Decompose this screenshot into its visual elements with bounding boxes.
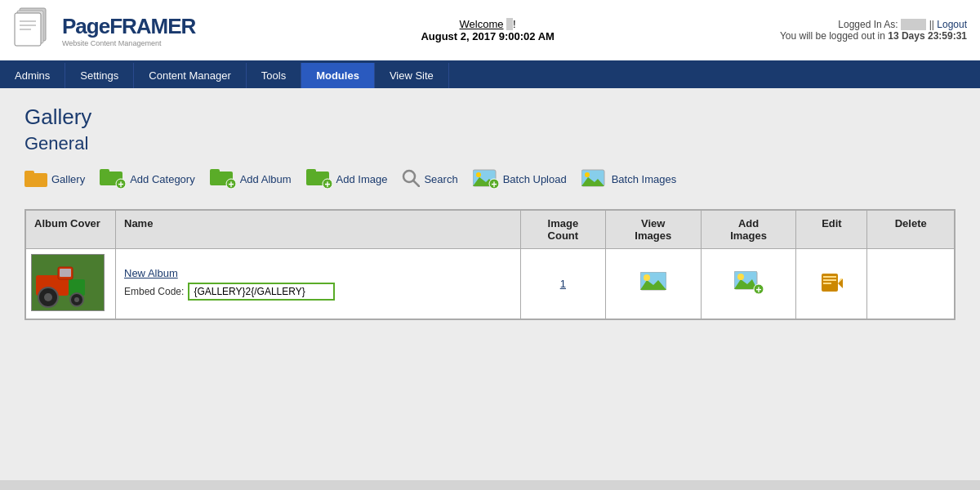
- welcome-text: Welcome !: [421, 18, 555, 30]
- svg-rect-50: [823, 283, 831, 284]
- col-delete: Delete: [867, 211, 955, 249]
- logout-link[interactable]: Logout: [937, 19, 967, 30]
- header-center: Welcome ! August 2, 2017 9:00:02 AM: [421, 18, 555, 42]
- search-tool[interactable]: Search: [402, 169, 457, 189]
- page-title: Gallery: [24, 105, 956, 130]
- svg-text:+: +: [324, 179, 330, 189]
- add-category-icon: +: [100, 167, 126, 191]
- svg-text:+: +: [228, 179, 234, 189]
- add-image-tool[interactable]: + Add Image: [306, 167, 388, 191]
- batch-images-icon: [581, 167, 608, 191]
- album-name-link[interactable]: New Album: [124, 267, 178, 279]
- svg-point-41: [644, 274, 650, 281]
- view-images-cell: [605, 249, 701, 319]
- svg-rect-48: [823, 276, 836, 278]
- nav-admins[interactable]: Admins: [0, 63, 65, 88]
- nav-view-site[interactable]: View Site: [375, 63, 449, 88]
- nav-tools[interactable]: Tools: [247, 63, 301, 88]
- image-count-link[interactable]: 1: [560, 278, 566, 290]
- svg-rect-38: [60, 269, 71, 277]
- embed-code-input[interactable]: [188, 283, 335, 301]
- table-row: New Album Embed Code: 1: [26, 249, 955, 319]
- nav: Admins Settings Content Manager Tools Mo…: [0, 63, 980, 88]
- edit-cell: [796, 249, 867, 319]
- album-cover-cell: [26, 249, 116, 319]
- search-icon: [402, 169, 420, 189]
- svg-point-29: [585, 172, 590, 177]
- album-name-cell: New Album Embed Code:: [116, 249, 521, 319]
- header: PageFRAMER Website Content Management We…: [0, 0, 980, 63]
- gallery-folder-icon: [24, 169, 47, 189]
- logo-icon: [13, 7, 54, 54]
- svg-rect-13: [210, 169, 220, 174]
- album-cover-image: [31, 254, 105, 311]
- add-category-label: Add Category: [130, 173, 195, 185]
- toolbar: Gallery + Add Category +: [24, 167, 956, 191]
- svg-rect-9: [100, 169, 109, 174]
- batch-images-tool[interactable]: Batch Images: [581, 167, 677, 191]
- datetime-text: August 2, 2017 9:00:02 AM: [421, 30, 555, 42]
- col-image-count: ImageCount: [520, 211, 605, 249]
- nav-modules[interactable]: Modules: [301, 63, 375, 88]
- col-add-images: AddImages: [701, 211, 796, 249]
- add-album-icon: +: [210, 167, 236, 191]
- image-count-cell: 1: [520, 249, 605, 319]
- add-category-tool[interactable]: + Add Category: [100, 167, 195, 191]
- svg-text:+: +: [491, 179, 497, 189]
- session-countdown: 13 Days 23:59:31: [888, 30, 967, 42]
- header-right: Logged In As: || Logout You will be logg…: [780, 19, 967, 42]
- svg-rect-7: [24, 171, 34, 176]
- nav-content-manager[interactable]: Content Manager: [134, 63, 246, 88]
- logged-in-line: Logged In As: || Logout: [780, 19, 967, 30]
- svg-text:+: +: [118, 179, 124, 189]
- col-album-cover: Album Cover: [26, 211, 116, 249]
- view-images-button[interactable]: [640, 283, 666, 296]
- batch-upload-tool[interactable]: + Batch Upload: [473, 167, 567, 191]
- album-table: Album Cover Name ImageCount ViewImages A…: [25, 210, 955, 319]
- add-images-button[interactable]: +: [734, 271, 764, 296]
- add-album-tool[interactable]: + Add Album: [210, 167, 292, 191]
- add-image-icon: +: [306, 167, 332, 191]
- col-view-images: ViewImages: [605, 211, 701, 249]
- gallery-label: Gallery: [51, 173, 85, 185]
- col-edit: Edit: [796, 211, 867, 249]
- logo-subtitle: Website Content Management: [62, 39, 195, 47]
- col-name: Name: [116, 211, 521, 249]
- svg-point-36: [74, 297, 79, 302]
- svg-point-44: [737, 274, 744, 280]
- svg-text:+: +: [755, 284, 761, 294]
- svg-point-24: [476, 172, 481, 177]
- edit-icon: [820, 272, 843, 293]
- svg-rect-49: [823, 279, 836, 281]
- svg-point-34: [44, 293, 52, 301]
- batch-images-label: Batch Images: [612, 173, 677, 185]
- add-images-cell: +: [701, 249, 796, 319]
- add-album-label: Add Album: [240, 173, 292, 185]
- logo-page: Page: [62, 14, 109, 38]
- logo-area: PageFRAMER Website Content Management: [13, 7, 195, 54]
- username-label: [506, 18, 513, 30]
- main-content: Gallery General Gallery +: [0, 88, 980, 480]
- session-line: You will be logged out in 13 Days 23:59:…: [780, 30, 967, 42]
- gallery-tool[interactable]: Gallery: [24, 169, 85, 189]
- svg-rect-17: [306, 169, 316, 174]
- edit-button[interactable]: [820, 272, 843, 296]
- batch-upload-label: Batch Upload: [503, 173, 567, 185]
- album-table-container: Album Cover Name ImageCount ViewImages A…: [24, 209, 956, 320]
- logged-in-user: [901, 19, 926, 30]
- nav-settings[interactable]: Settings: [65, 63, 134, 88]
- batch-upload-icon: +: [473, 167, 499, 191]
- delete-cell: [867, 249, 955, 319]
- search-label: Search: [424, 173, 457, 185]
- logo-framer: FRAMER: [109, 14, 195, 38]
- add-images-icon: +: [734, 271, 764, 294]
- svg-line-21: [413, 180, 419, 186]
- section-title: General: [24, 133, 956, 154]
- logo-text-area: PageFRAMER Website Content Management: [62, 14, 195, 47]
- view-images-icon: [640, 272, 666, 293]
- add-image-label: Add Image: [336, 173, 388, 185]
- embed-label: Embed Code:: [124, 286, 184, 297]
